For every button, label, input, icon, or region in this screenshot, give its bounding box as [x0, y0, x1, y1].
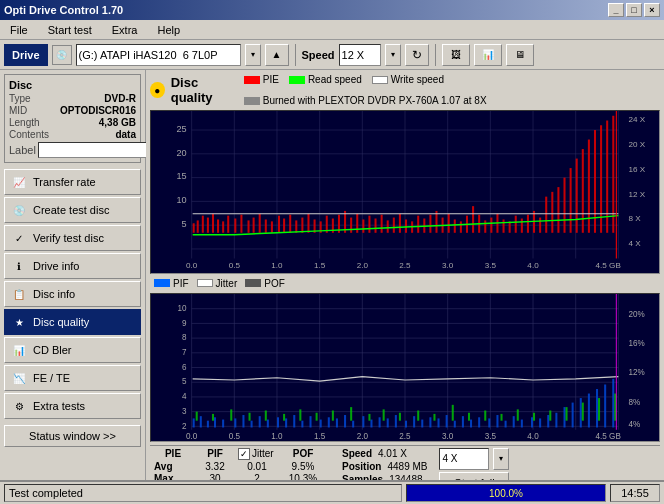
svg-rect-33: [212, 214, 214, 233]
top-chart: 25 20 15 10 5 24 X 20 X 16 X 12 X 8 X 4 …: [150, 110, 660, 274]
svg-rect-150: [222, 419, 224, 427]
svg-text:10: 10: [178, 302, 187, 313]
menu-file[interactable]: File: [4, 23, 34, 37]
app-title: Opti Drive Control 1.70: [4, 4, 123, 16]
svg-text:16%: 16%: [629, 337, 646, 348]
stats-table-container: PIE PIF ✓ Jitter POF Avg 3.32 0.01 9.5%: [154, 448, 326, 480]
svg-text:25: 25: [176, 124, 186, 134]
disc-type-val: DVD-R: [104, 93, 136, 104]
sidebar-item-verify-test-disc[interactable]: ✓ Verify test disc: [4, 225, 141, 251]
svg-rect-41: [259, 214, 261, 233]
svg-rect-187: [539, 418, 541, 427]
svg-rect-79: [490, 218, 492, 233]
svg-rect-182: [496, 415, 498, 427]
svg-rect-90: [557, 187, 559, 233]
sidebar-item-extra-tests[interactable]: ⚙ Extra tests: [4, 393, 141, 419]
svg-text:2.5: 2.5: [399, 261, 411, 270]
drive-arrow-button[interactable]: ▲: [265, 44, 289, 66]
svg-text:2.5: 2.5: [399, 430, 410, 441]
speed-input[interactable]: [339, 44, 381, 66]
start-full-button[interactable]: Start full: [439, 472, 509, 480]
menu-help[interactable]: Help: [151, 23, 186, 37]
drive-dropdown-button[interactable]: ▾: [245, 44, 261, 66]
svg-text:16 X: 16 X: [629, 165, 646, 174]
stats-header-pof: POF: [280, 448, 326, 460]
svg-rect-91: [563, 178, 565, 233]
sidebar-item-disc-quality[interactable]: ★ Disc quality: [4, 309, 141, 335]
menu-extra[interactable]: Extra: [106, 23, 144, 37]
svg-rect-193: [588, 393, 590, 427]
svg-rect-206: [350, 407, 352, 421]
stats-header-jitter: Jitter: [252, 448, 274, 459]
sidebar-item-disc-info[interactable]: 📋 Disc info: [4, 281, 141, 307]
sidebar-item-cd-bler[interactable]: 📊 CD Bler: [4, 337, 141, 363]
disc-type-key: Type: [9, 93, 31, 104]
sidebar-item-transfer-rate[interactable]: 📈 Transfer rate: [4, 169, 141, 195]
drive-input[interactable]: [76, 44, 241, 66]
disc-info-icon: 📋: [11, 286, 27, 302]
refresh-button[interactable]: ↻: [405, 44, 429, 66]
svg-rect-171: [405, 420, 407, 427]
main-container: Disc Type DVD-R MID OPTODISCR016 Length …: [0, 70, 664, 480]
svg-text:4%: 4%: [629, 419, 641, 430]
toolbar-btn-1[interactable]: 🖼: [442, 44, 470, 66]
svg-text:4.0: 4.0: [527, 430, 538, 441]
svg-text:4.5 GB: 4.5 GB: [596, 430, 622, 441]
minimize-button[interactable]: _: [608, 3, 624, 17]
svg-text:3.5: 3.5: [485, 430, 496, 441]
disc-contents-row: Contents data: [9, 129, 136, 140]
transfer-rate-icon: 📈: [11, 174, 27, 190]
speed-row: Speed 4.01 X: [342, 448, 427, 459]
jitter-checkbox[interactable]: ✓: [238, 448, 250, 460]
status-window-button[interactable]: Status window >>: [4, 425, 141, 447]
toolbar-btn-3[interactable]: 🖥: [506, 44, 534, 66]
speed-dropdown-input[interactable]: [439, 448, 489, 470]
stats-panel: PIE PIF ✓ Jitter POF Avg 3.32 0.01 9.5%: [150, 445, 660, 480]
legend-top: PIE Read speed Write speed Burned with P…: [244, 74, 660, 106]
svg-text:15: 15: [176, 172, 186, 182]
disc-length-row: Length 4,38 GB: [9, 117, 136, 128]
sidebar-item-fe-te[interactable]: 📉 FE / TE: [4, 365, 141, 391]
svg-rect-183: [505, 420, 507, 427]
legend-burned-with: Burned with PLEXTOR DVDR PX-760A 1.07 at…: [244, 95, 487, 106]
svg-text:8 X: 8 X: [629, 215, 642, 224]
close-button[interactable]: ×: [644, 3, 660, 17]
sidebar-item-create-test-disc[interactable]: 💿 Create test disc: [4, 197, 141, 223]
toolbar-btn-2[interactable]: 📊: [474, 44, 502, 66]
svg-rect-29: [193, 223, 195, 233]
svg-rect-220: [582, 402, 584, 420]
svg-text:2: 2: [182, 420, 187, 431]
svg-text:4.0: 4.0: [527, 261, 539, 270]
speed-action-dropdown[interactable]: ▾: [493, 448, 509, 470]
sidebar: Disc Type DVD-R MID OPTODISCR016 Length …: [0, 70, 146, 480]
svg-rect-37: [234, 219, 236, 233]
svg-text:3: 3: [182, 405, 187, 416]
svg-rect-93: [576, 159, 578, 233]
svg-rect-181: [488, 418, 490, 427]
sidebar-item-drive-info[interactable]: ℹ Drive info: [4, 253, 141, 279]
svg-rect-177: [454, 420, 456, 427]
svg-text:0.0: 0.0: [186, 261, 198, 270]
svg-rect-92: [570, 168, 572, 233]
svg-rect-163: [336, 418, 338, 427]
svg-rect-60: [375, 219, 377, 233]
legend-pie-label: PIE: [263, 74, 279, 85]
svg-rect-165: [352, 420, 354, 427]
maximize-button[interactable]: □: [626, 3, 642, 17]
disc-length-key: Length: [9, 117, 40, 128]
speed-dropdown-button[interactable]: ▾: [385, 44, 401, 66]
svg-rect-61: [381, 215, 383, 233]
content-area: ● Disc quality PIE Read speed Write spee…: [146, 70, 664, 480]
svg-rect-178: [462, 416, 464, 427]
disc-section: Disc Type DVD-R MID OPTODISCR016 Length …: [4, 74, 141, 163]
drive-icon: 💿: [52, 45, 72, 65]
svg-rect-159: [301, 420, 303, 427]
svg-rect-147: [200, 416, 202, 427]
svg-rect-156: [277, 417, 279, 427]
svg-rect-192: [580, 398, 582, 427]
legend-write-speed: Write speed: [372, 74, 444, 85]
position-label: Position: [342, 461, 381, 472]
svg-text:12 X: 12 X: [629, 190, 646, 199]
progress-bar-container: 100.0%: [406, 484, 606, 502]
menu-start-test[interactable]: Start test: [42, 23, 98, 37]
